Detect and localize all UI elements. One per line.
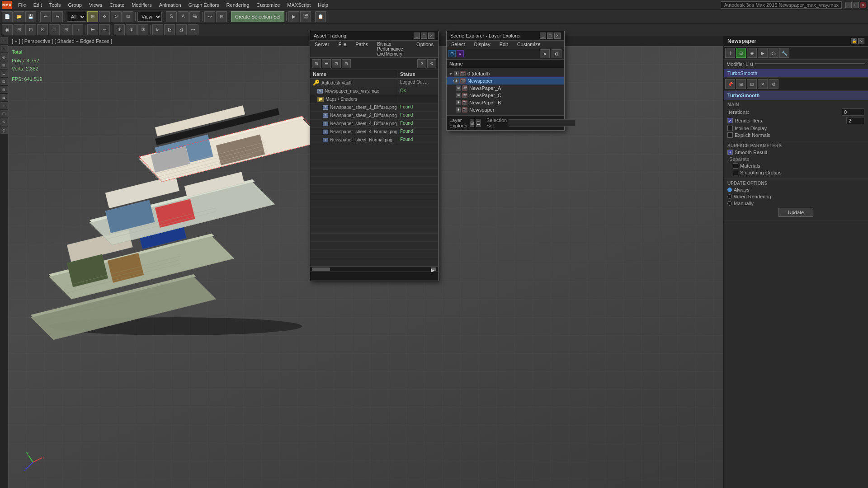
render-icon-newspaper-c[interactable]: 🎬 [462,93,467,98]
asset-row-tex1[interactable]: T Newspaper_sheet_1_Diffuse.png Found [310,103,438,112]
left-tool-8[interactable]: ⊠ [0,94,8,101]
pin-stack-icon[interactable]: 📌 [725,79,735,89]
move-btn[interactable]: ✛ [99,11,110,22]
menu-tools[interactable]: Tools [46,1,65,9]
config-modifier-icon[interactable]: ⚙ [769,79,778,89]
t2-btn3[interactable]: ⊡ [25,24,36,35]
t2-btn4[interactable]: ☒ [37,24,48,35]
asset-path-input[interactable] [310,272,438,281]
render-icon-newspaper[interactable]: 🎬 [460,78,466,84]
scene-explorer-titlebar[interactable]: Scene Explorer - Layer Explorer _ □ ✕ [447,31,564,41]
menu-customize[interactable]: Customize [253,1,283,9]
asset-menu-file[interactable]: File [334,41,351,57]
scene-menu-display[interactable]: Display [470,41,495,48]
motion-panel-icon[interactable]: ▶ [758,48,768,58]
hierarchy-panel-icon[interactable]: ◈ [747,48,757,58]
visibility-icon-newspaper-c[interactable]: 👁 [456,93,461,98]
panel-help-btn[interactable]: ? [858,38,864,44]
modify-panel-icon[interactable]: ⊟ [736,48,746,58]
smoothing-groups-checkbox[interactable] [733,170,738,175]
render-btn[interactable]: 🎬 [300,11,311,22]
scene-menu-customize[interactable]: Customize [513,41,545,48]
t2-anim4[interactable]: ⊶ [188,24,198,35]
menu-edit[interactable]: Edit [30,1,46,9]
t2-btn10[interactable]: ① [114,24,125,35]
left-tool-1[interactable]: + [0,37,8,44]
tree-item-newspaper-inner[interactable]: ▶ 👁 🎬 Newspaper [447,106,564,113]
scroll-right-btn[interactable]: ▶ [431,267,436,271]
visibility-icon-newspaper-a[interactable]: 👁 [456,85,461,91]
asset-scroll-thumb[interactable] [312,267,330,271]
menu-graph-editors[interactable]: Graph Editors [185,1,223,9]
new-btn[interactable]: 📄 [2,11,13,22]
always-radio[interactable] [727,188,732,192]
when-rendering-radio[interactable] [727,194,732,199]
play-anim-btn[interactable]: ▶ [288,11,299,22]
minimize-btn[interactable]: _ [845,2,852,8]
se-restore-btn[interactable]: □ [547,33,553,39]
make-unique-icon[interactable]: ⊡ [747,79,757,89]
select-btn[interactable]: ⊞ [87,11,98,22]
se-minimize-btn[interactable]: _ [540,33,546,39]
render-icon-default[interactable]: 🎬 [460,71,466,76]
menu-help[interactable]: Help [314,1,332,9]
t2-btn7[interactable]: ↔ [72,24,83,35]
menu-rendering[interactable]: Rendering [223,1,253,9]
named-sel-btn[interactable]: 📋 [315,11,326,22]
asset-row-tex3[interactable]: T Newspaper_sheet_4_Diffuse.png Found [310,120,438,128]
t2-btn2[interactable]: ⊞ [14,24,24,35]
visibility-icon-newspaper-b[interactable]: 👁 [456,100,461,105]
asset-tracking-titlebar[interactable]: Asset Tracking _ □ ✕ [310,31,438,41]
left-tool-6[interactable]: ⊡ [0,78,8,85]
view-dropdown[interactable]: View [137,12,162,22]
explicit-normals-checkbox[interactable] [727,132,733,138]
menu-views[interactable]: Views [85,1,106,9]
at-help-btn[interactable]: ? [417,59,426,68]
left-tool-5[interactable]: ☰ [0,70,8,77]
close-btn[interactable]: ✕ [860,2,866,8]
percent-snap[interactable]: % [189,11,200,22]
redo-btn[interactable]: ↪ [52,11,63,22]
t2-anim2[interactable]: ⊵ [164,24,175,35]
t2-btn11[interactable]: ② [126,24,137,35]
filter-dropdown[interactable]: All [67,12,86,22]
t2-btn8[interactable]: ⊢ [87,24,98,35]
se-close-btn[interactable]: ✕ [554,33,561,39]
current-modifier-item[interactable]: TurboSmooth [724,69,868,78]
se-layer-icon[interactable]: ≡ [457,50,464,57]
asset-row-tex4[interactable]: T Newspaper_sheet_4_Normal.png Found [310,128,438,136]
asset-menu-server[interactable]: Server [310,41,334,57]
menu-group[interactable]: Group [64,1,85,9]
scene-view-mode-icon[interactable]: ⊞ [470,119,474,127]
materials-checkbox[interactable] [733,163,738,169]
tree-item-newspaper-a[interactable]: ▶ 👁 🎬 NewsPaper_A [447,84,564,92]
render-iters-input[interactable] [846,117,864,124]
expand-newspaper-inner[interactable]: ▶ [448,108,456,113]
left-tool-3[interactable]: ◎ [0,53,8,61]
scene-menu-select[interactable]: Select [447,41,470,48]
expand-newspaper-a[interactable]: ▶ [448,86,456,91]
remove-modifier-icon[interactable]: ✕ [758,79,768,89]
open-btn[interactable]: 📂 [14,11,24,22]
visibility-icon-newspaper-inner[interactable]: 👁 [456,107,461,113]
align-btn[interactable]: ⊟ [216,11,227,22]
left-tool-11[interactable]: ⊳ [0,118,8,126]
render-iters-checkbox[interactable]: ✓ [727,118,733,123]
left-tool-2[interactable]: − [0,45,8,52]
left-tool-10[interactable]: ☐ [0,110,8,117]
asset-row-tex5[interactable]: T Newspaper_sheet_Normal.png Found [310,136,438,144]
expand-newspaper-c[interactable]: ▶ [448,93,456,98]
menu-file[interactable]: File [14,1,30,9]
render-icon-newspaper-b[interactable]: 🎬 [462,100,467,105]
asset-menu-bitmap[interactable]: Bitmap Performance and Memory [373,41,412,57]
scene-sort-icon[interactable]: ☰ [476,119,481,127]
tree-item-newspaper-b[interactable]: ▶ 👁 🎬 NewsPaper_B [447,99,564,106]
create-selection-button[interactable]: Create Selection Sel [231,11,284,22]
expand-default[interactable]: ▼ [448,71,454,76]
tree-item-newspaper-c[interactable]: ▶ 👁 🎬 NewsPaper_C [447,92,564,99]
visibility-icon-newspaper[interactable]: 👁 [454,78,459,84]
angle-snap[interactable]: A [178,11,189,22]
menu-modifiers[interactable]: Modifiers [128,1,156,9]
at-tool2[interactable]: ☰ [322,59,331,68]
show-end-result-icon[interactable]: ⊞ [736,79,746,89]
